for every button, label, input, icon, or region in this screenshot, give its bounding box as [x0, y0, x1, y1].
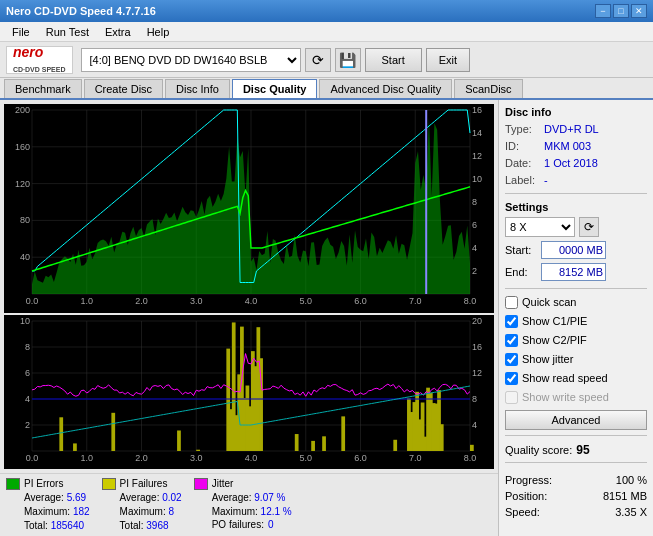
logo-subtext: CD·DVD SPEED	[13, 66, 66, 73]
position-value: 8151 MB	[603, 488, 647, 504]
type-value: DVD+R DL	[544, 122, 599, 137]
tab-disc-quality[interactable]: Disc Quality	[232, 79, 318, 98]
jitter-max: Maximum: 12.1 %	[212, 505, 292, 519]
show-c1-pie-row: Show C1/PIE	[505, 313, 647, 330]
id-value: MKM 003	[544, 139, 591, 154]
tab-create-disc[interactable]: Create Disc	[84, 79, 163, 98]
pi-failures-total: Total: 3968	[120, 519, 182, 533]
right-panel: Disc info Type: DVD+R DL ID: MKM 003 Dat…	[498, 100, 653, 536]
show-read-speed-checkbox[interactable]	[505, 372, 518, 385]
progress-value: 100 %	[616, 472, 647, 488]
pi-failures-label: PI Failures	[120, 477, 182, 491]
divider-1	[505, 193, 647, 194]
show-c2-pif-checkbox[interactable]	[505, 334, 518, 347]
bottom-chart	[4, 315, 494, 469]
quick-scan-checkbox[interactable]	[505, 296, 518, 309]
tab-benchmark[interactable]: Benchmark	[4, 79, 82, 98]
disc-info-title: Disc info	[505, 106, 647, 118]
quality-score-label: Quality score:	[505, 444, 572, 456]
quality-score-row: Quality score: 95	[505, 443, 647, 457]
pi-errors-label: PI Errors	[24, 477, 90, 491]
menu-extra[interactable]: Extra	[97, 24, 139, 40]
end-mb-label: End:	[505, 266, 537, 278]
show-c2-pif-label: Show C2/PIF	[522, 332, 587, 349]
settings-refresh-icon[interactable]: ⟳	[579, 217, 599, 237]
tab-disc-info[interactable]: Disc Info	[165, 79, 230, 98]
show-read-speed-row: Show read speed	[505, 370, 647, 387]
show-jitter-label: Show jitter	[522, 351, 573, 368]
menu-help[interactable]: Help	[139, 24, 178, 40]
start-button[interactable]: Start	[365, 48, 422, 72]
disc-label-label: Label:	[505, 173, 540, 188]
exit-button[interactable]: Exit	[426, 48, 470, 72]
id-label: ID:	[505, 139, 540, 154]
menubar: File Run Test Extra Help	[0, 22, 653, 42]
speed-value: 3.35 X	[615, 504, 647, 520]
show-jitter-row: Show jitter	[505, 351, 647, 368]
po-failures: PO failures: 0	[212, 519, 292, 530]
titlebar: Nero CD-DVD Speed 4.7.7.16 − □ ✕	[0, 0, 653, 22]
divider-2	[505, 288, 647, 289]
start-mb-row: Start:	[505, 241, 647, 259]
show-c1-pie-label: Show C1/PIE	[522, 313, 587, 330]
show-jitter-checkbox[interactable]	[505, 353, 518, 366]
pi-errors-legend: PI Errors Average: 5.69 Maximum: 182 Tot…	[6, 477, 90, 533]
speed-select[interactable]: 8 X	[505, 217, 575, 237]
type-label: Type:	[505, 122, 540, 137]
toolbar: nero CD·DVD SPEED [4:0] BENQ DVD DD DW16…	[0, 42, 653, 78]
minimize-button[interactable]: −	[595, 4, 611, 18]
speed-row-prog: Speed: 3.35 X	[505, 504, 647, 520]
drive-selector[interactable]: [4:0] BENQ DVD DD DW1640 BSLB	[81, 48, 301, 72]
jitter-avg: Average: 9.07 %	[212, 491, 292, 505]
progress-row: Progress: 100 %	[505, 472, 647, 488]
progress-section: Progress: 100 % Position: 8151 MB Speed:…	[505, 472, 647, 520]
quick-scan-label: Quick scan	[522, 294, 576, 311]
end-mb-row: End:	[505, 263, 647, 281]
tab-advanced-disc-quality[interactable]: Advanced Disc Quality	[319, 79, 452, 98]
show-c1-pie-checkbox[interactable]	[505, 315, 518, 328]
save-icon[interactable]: 💾	[335, 48, 361, 72]
progress-label: Progress:	[505, 472, 552, 488]
speed-label: Speed:	[505, 504, 540, 520]
jitter-legend: Jitter Average: 9.07 % Maximum: 12.1 % P…	[194, 477, 292, 533]
position-row: Position: 8151 MB	[505, 488, 647, 504]
menu-file[interactable]: File	[4, 24, 38, 40]
start-mb-input[interactable]	[541, 241, 606, 259]
tab-scandisc[interactable]: ScanDisc	[454, 79, 522, 98]
disc-type-row: Type: DVD+R DL	[505, 122, 647, 137]
show-read-speed-label: Show read speed	[522, 370, 608, 387]
pi-failures-max: Maximum: 8	[120, 505, 182, 519]
tab-bar: Benchmark Create Disc Disc Info Disc Qua…	[0, 78, 653, 100]
end-mb-input[interactable]	[541, 263, 606, 281]
logo-text: nero	[13, 44, 43, 60]
pi-errors-total: Total: 185640	[24, 519, 90, 533]
disc-date-row: Date: 1 Oct 2018	[505, 156, 647, 171]
legend-area: PI Errors Average: 5.69 Maximum: 182 Tot…	[0, 473, 498, 536]
advanced-button[interactable]: Advanced	[505, 410, 647, 430]
jitter-color	[194, 478, 208, 490]
main-content: PI Errors Average: 5.69 Maximum: 182 Tot…	[0, 100, 653, 536]
nero-logo: nero CD·DVD SPEED	[6, 46, 73, 74]
divider-3	[505, 435, 647, 436]
disc-label-value: -	[544, 173, 548, 188]
show-write-speed-label: Show write speed	[522, 389, 609, 406]
divider-4	[505, 462, 647, 463]
maximize-button[interactable]: □	[613, 4, 629, 18]
window-controls: − □ ✕	[595, 4, 647, 18]
pi-errors-max: Maximum: 182	[24, 505, 90, 519]
close-button[interactable]: ✕	[631, 4, 647, 18]
quality-score-value: 95	[576, 443, 589, 457]
disc-label-row: Label: -	[505, 173, 647, 188]
speed-row: 8 X ⟳	[505, 217, 647, 237]
refresh-icon[interactable]: ⟳	[305, 48, 331, 72]
position-label: Position:	[505, 488, 547, 504]
show-write-speed-checkbox	[505, 391, 518, 404]
app-title: Nero CD-DVD Speed 4.7.7.16	[6, 5, 156, 17]
show-c2-pif-row: Show C2/PIF	[505, 332, 647, 349]
pi-failures-legend: PI Failures Average: 0.02 Maximum: 8 Tot…	[102, 477, 182, 533]
disc-id-row: ID: MKM 003	[505, 139, 647, 154]
date-label: Date:	[505, 156, 540, 171]
start-mb-label: Start:	[505, 244, 537, 256]
pi-failures-color	[102, 478, 116, 490]
menu-run-test[interactable]: Run Test	[38, 24, 97, 40]
